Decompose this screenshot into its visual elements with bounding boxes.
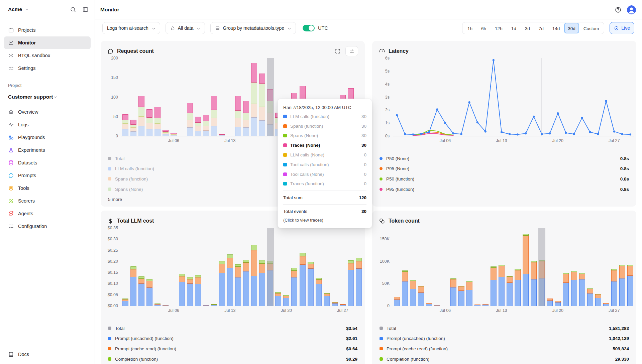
legend-item: P50 (function) 0.8s — [380, 174, 629, 184]
sidebar-item-settings[interactable]: Settings — [4, 62, 91, 75]
series-swatch — [283, 182, 287, 186]
time-range-1d[interactable]: 1d — [507, 23, 521, 33]
tooltip-row: Tool calls (None)0 — [283, 169, 366, 179]
sidebar-item-experiments[interactable]: Experiments — [4, 144, 91, 156]
sidebar-item-datasets[interactable]: Datasets — [4, 156, 91, 169]
y-axis-label: $0.30 — [101, 237, 118, 242]
series-swatch — [108, 347, 111, 350]
percent-icon — [8, 198, 14, 204]
series-swatch — [283, 172, 287, 176]
database-icon — [8, 160, 14, 166]
y-axis-label: $0.15 — [101, 270, 118, 275]
sidebar-toggle-button[interactable] — [82, 6, 89, 13]
series-swatch — [283, 143, 287, 147]
flask-icon — [8, 147, 14, 153]
legend-item: P50 (None) 0.8s — [380, 153, 629, 164]
sidebar-item-agents[interactable]: Agents — [4, 207, 91, 220]
time-range-6h[interactable]: 6h — [477, 23, 491, 33]
y-axis-label: 6s — [372, 56, 390, 61]
live-button[interactable]: Live — [610, 22, 634, 34]
sidebar-item-configuration[interactable]: Configuration — [4, 220, 91, 233]
group-by-label: Group by metadata.tools.type — [223, 25, 284, 31]
legend-item: Total $3.54 — [108, 323, 357, 334]
y-axis-label: 200 — [101, 56, 118, 61]
utc-toggle[interactable] — [303, 25, 315, 31]
y-axis-label: 150K — [372, 237, 390, 242]
x-axis-label: Jul 06 — [162, 308, 185, 313]
search-button[interactable] — [70, 6, 76, 13]
x-axis-label: Jul 27 — [331, 308, 354, 313]
y-axis-label: 50K — [372, 281, 390, 286]
sidebar-item-monitor[interactable]: Monitor — [4, 36, 91, 49]
y-axis-label: 0 — [101, 134, 118, 139]
time-range-14d[interactable]: 14d — [548, 23, 564, 33]
workspace-name: Acme — [8, 6, 22, 12]
x-axis-label: Jul 27 — [603, 308, 626, 313]
time-range-30d[interactable]: 30d — [564, 23, 579, 33]
time-range-12h[interactable]: 12h — [491, 23, 507, 33]
sidebar-item-projects[interactable]: Projects — [4, 24, 91, 36]
chevron-down-icon — [151, 26, 156, 31]
sidebar-item-btql-sandbox[interactable]: BTQL sandbox — [4, 49, 91, 62]
project-switcher[interactable]: Customer support — [8, 92, 89, 102]
latency-chart[interactable] — [393, 58, 634, 137]
x-axis-label: Jul 13 — [490, 308, 513, 313]
legend-item: P95 (function) 0.8s — [380, 184, 629, 195]
data-scope-button[interactable]: All data — [166, 22, 205, 34]
sidebar-header: Acme — [0, 0, 95, 19]
view-filter-label: Logs from ai-search — [107, 25, 148, 31]
x-axis-label: Jul 13 — [490, 138, 513, 143]
sidebar-item-scorers[interactable]: Scorers — [4, 195, 91, 207]
total-llm-cost-card: Total LLM cost $0.35$0.30$0.25$0.20$0.15… — [101, 211, 365, 364]
sidebar-item-playgrounds[interactable]: Playgrounds — [4, 131, 91, 144]
sidebar-item-prompts[interactable]: Prompts — [4, 169, 91, 182]
page-title: Monitor — [100, 0, 119, 19]
legend-show-more[interactable]: 5 more — [108, 197, 122, 202]
tooltip-total-sum: Total sum120 — [283, 193, 366, 202]
sidebar-item-logs[interactable]: Logs — [4, 118, 91, 131]
time-range-3d[interactable]: 3d — [521, 23, 534, 33]
time-range-custom[interactable]: Custom — [579, 23, 604, 33]
sidebar-item-overview[interactable]: Overview — [4, 106, 91, 118]
y-axis-label: 100K — [372, 259, 390, 264]
project-nav: Overview Logs Playgrounds Experiments Da… — [4, 106, 91, 233]
panel-left-icon — [82, 6, 89, 13]
x-axis-label: Jul 06 — [433, 138, 457, 143]
workspace-switcher[interactable]: Acme — [8, 6, 29, 12]
time-range-7d[interactable]: 7d — [534, 23, 548, 33]
help-icon — [615, 6, 622, 13]
legend-item: Prompt (cache read) (function) $0.64 — [108, 344, 357, 354]
hexagon-nut-icon — [8, 185, 14, 191]
sidebar-item-docs[interactable]: Docs — [4, 348, 91, 361]
y-axis-label: 1s — [372, 121, 390, 126]
series-swatch — [283, 153, 287, 157]
series-swatch — [108, 177, 111, 180]
series-swatch — [380, 327, 383, 330]
tooltip-row: Traces (None)30 — [283, 140, 366, 150]
y-axis-label: $0.05 — [101, 292, 118, 297]
series-swatch — [283, 124, 287, 128]
message-circle-icon — [8, 172, 14, 178]
time-range-1h[interactable]: 1h — [463, 23, 477, 33]
series-swatch — [108, 167, 111, 170]
sidebar-item-tools[interactable]: Tools — [4, 182, 91, 195]
y-axis-label: 0s — [372, 134, 390, 139]
home-icon — [8, 109, 14, 115]
token-count-chart[interactable] — [393, 228, 634, 307]
series-swatch — [380, 167, 383, 170]
tooltip-total-events: Total events30 — [283, 207, 366, 216]
avatar[interactable] — [627, 5, 636, 14]
data-scope-label: All data — [178, 25, 194, 31]
y-axis-label: $0.00 — [101, 304, 118, 309]
help-button[interactable] — [615, 6, 622, 13]
series-swatch — [380, 177, 383, 180]
docs-label: Docs — [18, 352, 29, 357]
group-by-button[interactable]: Group by metadata.tools.type — [210, 22, 296, 34]
total-llm-cost-chart[interactable] — [121, 228, 363, 307]
x-axis-label: Jul 06 — [433, 308, 457, 313]
sidebar: Acme Projects Monitor BTQL sandbox Setti… — [0, 0, 95, 364]
sliders-icon — [8, 65, 14, 71]
tooltip-row: Spans (function)30 — [283, 121, 366, 131]
asterisk-icon — [8, 52, 14, 58]
view-filter-button[interactable]: Logs from ai-search — [102, 22, 160, 34]
